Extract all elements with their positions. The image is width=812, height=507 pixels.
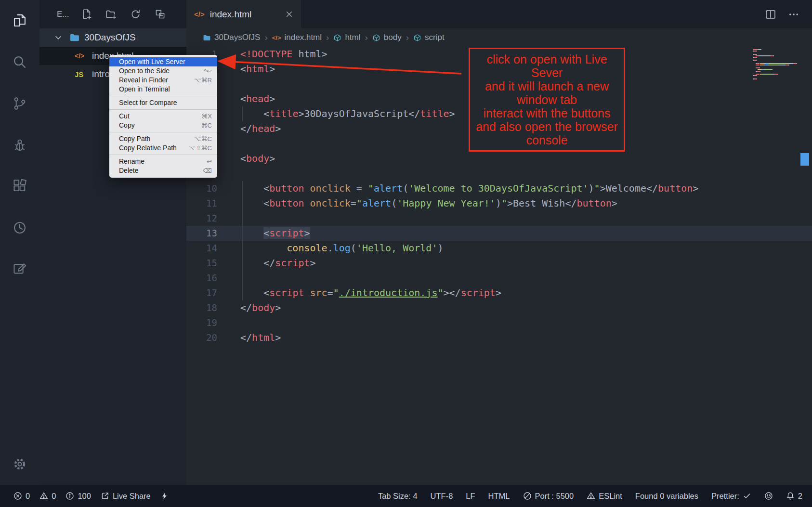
status-item-html[interactable]: HTML: [488, 492, 510, 501]
tab-index-html[interactable]: </> index.html: [186, 0, 301, 28]
code-line-9[interactable]: 9: [186, 166, 812, 181]
menu-item-copy-relative-path[interactable]: Copy Relative Path⌥⇧⌘C: [109, 143, 217, 153]
code-line-12[interactable]: 12: [186, 211, 812, 226]
menu-item-label: Copy: [119, 121, 135, 130]
status-item-live-share[interactable]: Live Share: [101, 492, 151, 501]
breadcrumb-item-body[interactable]: body: [372, 33, 402, 42]
menu-item-reveal-in-finder[interactable]: Reveal in Finder⌥⌘R: [109, 76, 217, 85]
new-folder-icon[interactable]: [105, 9, 117, 20]
menu-item-cut[interactable]: Cut⌘X: [109, 112, 217, 121]
status-item-2[interactable]: 2: [786, 492, 802, 501]
status-item-eslint[interactable]: ESLint: [587, 492, 622, 501]
menu-item-open-in-terminal[interactable]: Open in Terminal: [109, 85, 217, 94]
menu-item-rename[interactable]: Rename↩: [109, 157, 217, 166]
menu-item-shortcut: ⌫: [203, 166, 212, 175]
minimap[interactable]: [753, 49, 798, 80]
line-number: 12: [186, 211, 240, 226]
activity-explorer-icon[interactable]: [0, 0, 39, 41]
refresh-icon[interactable]: [130, 9, 141, 20]
status-label: 2: [798, 492, 802, 501]
line-number: 19: [186, 315, 240, 330]
status-bar: 00100Live Share Tab Size: 4UTF-8LFHTMLPo…: [0, 485, 812, 507]
close-icon[interactable]: [285, 10, 293, 18]
status-item-0[interactable]: 0: [13, 492, 30, 501]
annotation-line: and it will launch a new: [471, 79, 623, 93]
cube-icon: [372, 34, 380, 42]
code-line-18[interactable]: 18</body>: [186, 300, 812, 315]
info-icon: [65, 492, 74, 500]
status-item-tab-size-4[interactable]: Tab Size: 4: [378, 492, 418, 501]
menu-item-label: Rename: [119, 157, 144, 166]
code-text: console.log('Hello, World'): [240, 241, 443, 256]
new-file-icon[interactable]: [81, 9, 92, 20]
status-item-found-0-variables[interactable]: Found 0 variables: [635, 492, 698, 501]
status-label: HTML: [488, 492, 510, 501]
overview-ruler-marker: [800, 153, 809, 166]
code-text: </script>: [240, 256, 316, 271]
folder-root-30daysofjs[interactable]: 30DaysOfJS: [39, 28, 186, 47]
menu-item-label: Select for Compare: [119, 98, 177, 107]
code-file-icon: </>: [75, 52, 89, 60]
menu-item-delete[interactable]: Delete⌫: [109, 166, 217, 175]
activity-feedback-icon[interactable]: [0, 248, 39, 290]
code-line-15[interactable]: 15 </script>: [186, 256, 812, 271]
status-item-lf[interactable]: LF: [466, 492, 475, 501]
code-line-10[interactable]: 10 <button onclick = "alert('Welcome to …: [186, 181, 812, 196]
status-item-0[interactable]: 0: [39, 492, 56, 501]
breadcrumb-item-30daysofjs[interactable]: 30DaysOfJS: [203, 33, 260, 42]
more-actions-icon[interactable]: [788, 9, 799, 20]
annotation-line: and also open the browser: [471, 120, 623, 133]
menu-item-select-for-compare[interactable]: Select for Compare: [109, 98, 217, 107]
blocked-icon: [523, 492, 532, 500]
minimap-line: [753, 63, 798, 64]
status-item-prettier[interactable]: Prettier:: [711, 492, 751, 501]
activity-run-debug-icon[interactable]: [0, 124, 39, 166]
menu-separator: [109, 109, 217, 110]
tab-bar: </> index.html: [186, 0, 812, 28]
minimap-line: [753, 57, 798, 58]
code-line-13[interactable]: 13 <script>: [186, 226, 812, 241]
breadcrumb-item-html[interactable]: html: [333, 33, 360, 42]
collapse-all-icon[interactable]: [155, 9, 166, 20]
minimap-line: [753, 58, 798, 59]
status-item-utf-8[interactable]: UTF-8: [431, 492, 453, 501]
code-line-16[interactable]: 16: [186, 271, 812, 286]
breadcrumb-separator: ›: [406, 32, 409, 43]
minimap-line: [753, 69, 798, 70]
status-label: Port : 5500: [535, 492, 574, 501]
menu-item-copy[interactable]: Copy⌘C: [109, 121, 217, 130]
menu-item-open-with-live-server[interactable]: Open with Live Server: [109, 57, 217, 66]
breadcrumb-label: index.html: [285, 33, 322, 42]
code-line-20[interactable]: 20</html>: [186, 330, 812, 345]
breadcrumb-item-script[interactable]: script: [413, 33, 445, 42]
activity-extensions-icon[interactable]: [0, 166, 39, 207]
code-text: <script>: [240, 226, 310, 241]
code-line-14[interactable]: 14 console.log('Hello, World'): [186, 241, 812, 256]
activity-source-control-icon[interactable]: [0, 83, 39, 124]
code-line-19[interactable]: 19: [186, 315, 812, 330]
status-item-zap[interactable]: [160, 492, 169, 500]
activity-bar: [0, 0, 39, 485]
breadcrumb-item-index-html[interactable]: </>index.html: [272, 33, 322, 42]
code-line-8[interactable]: 8<body>: [186, 151, 812, 166]
menu-item-shortcut: ⌘X: [201, 112, 212, 121]
menu-item-label: Open in Terminal: [119, 85, 170, 94]
annotation-line: console: [471, 133, 623, 147]
menu-item-shortcut: ^↩: [204, 66, 212, 76]
menu-item-shortcut: ⌥⇧⌘C: [189, 143, 212, 153]
warning-icon: [39, 492, 48, 500]
activity-settings-icon[interactable]: [0, 443, 39, 485]
minimap-line: [753, 55, 798, 56]
activity-history-icon[interactable]: [0, 207, 39, 248]
menu-item-open-to-the-side[interactable]: Open to the Side^↩: [109, 66, 217, 76]
code-text: <body>: [240, 151, 275, 166]
status-item-smiley[interactable]: [764, 492, 773, 500]
status-item-100[interactable]: 100: [65, 492, 91, 501]
status-item-port-5500[interactable]: Port : 5500: [523, 492, 574, 501]
code-line-11[interactable]: 11 <button onclick="alert('Happy New Yea…: [186, 196, 812, 211]
split-editor-icon[interactable]: [765, 9, 776, 20]
activity-search-icon[interactable]: [0, 41, 39, 83]
breadcrumb-label: script: [425, 33, 445, 42]
menu-item-copy-path[interactable]: Copy Path⌥⌘C: [109, 134, 217, 143]
code-line-17[interactable]: 17 <script src="./introduction.js"></scr…: [186, 286, 812, 300]
